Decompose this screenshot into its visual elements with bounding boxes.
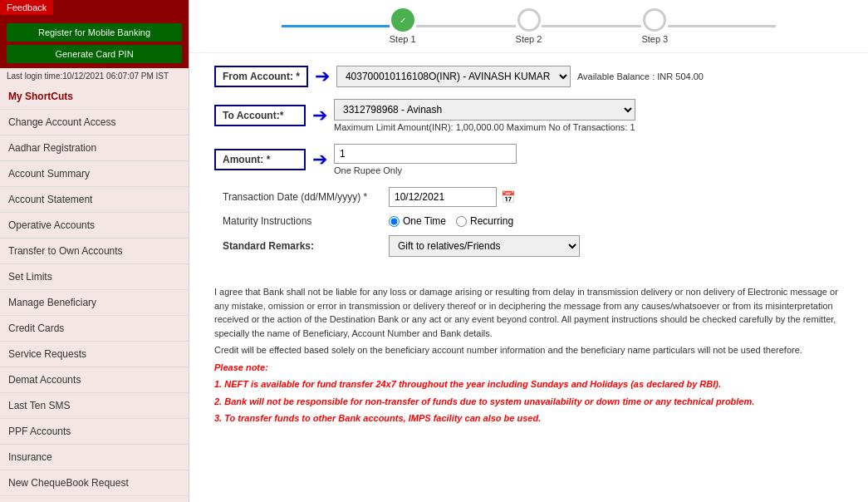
login-info: Last login time:10/12/2021 06:07:07 PM I…: [0, 68, 189, 84]
recurring-option[interactable]: Recurring: [456, 215, 513, 227]
register-mobile-banking-button[interactable]: Register for Mobile Banking: [7, 23, 182, 42]
recurring-radio[interactable]: [456, 216, 467, 227]
note1: 1. NEFT is available for fund transfer 2…: [214, 377, 843, 391]
sidebar-item-aadhar[interactable]: Aadhar Registration: [0, 135, 189, 161]
sidebar-item-service-requests[interactable]: Service Requests: [0, 342, 189, 367]
sidebar-item-operative-accounts[interactable]: Operative Accounts: [0, 213, 189, 239]
to-account-select[interactable]: 3312798968 - Avinash: [334, 99, 635, 121]
sidebar-item-change-access[interactable]: Change Account Access: [0, 110, 189, 135]
sidebar: Feedback Register for Mobile Banking Gen…: [0, 0, 189, 502]
from-account-arrow: ➔: [315, 66, 330, 87]
std-remarks-select[interactable]: Gift to relatives/Friends: [389, 235, 580, 257]
sidebar-item-credit-cards[interactable]: Credit Cards: [0, 316, 189, 342]
form-area: From Account: * ➔ 403700010116108O(INR) …: [189, 53, 868, 277]
disclaimer-area: I agree that Bank shall not be liable fo…: [189, 277, 868, 437]
sidebar-item-insurance[interactable]: Insurance: [0, 445, 189, 470]
std-remarks-label: Standard Remarks:: [223, 240, 389, 252]
txn-date-label: Transaction Date (dd/MM/yyyy) *: [223, 191, 389, 203]
sidebar-item-set-limits[interactable]: Set Limits: [0, 264, 189, 290]
steps-bar: ✓ Step 1 Step 2 Step 3: [189, 0, 868, 53]
note2: 2. Bank will not be responsible for non-…: [214, 395, 843, 409]
step3-circle: [643, 8, 666, 32]
sidebar-item-manage-beneficiary[interactable]: Manage Beneficiary: [0, 290, 189, 316]
note3: 3. To transfer funds to other Bank accou…: [214, 411, 843, 426]
maturity-label: Maturity Instructions: [223, 215, 389, 227]
please-note: Please note:: [214, 361, 843, 375]
txn-date-input[interactable]: [389, 187, 497, 207]
sidebar-item-account-statement[interactable]: Account Statement: [0, 187, 189, 213]
sidebar-nav: My ShortCuts Change Account Access Aadha…: [0, 84, 189, 502]
maturity-row: Maturity Instructions One Time Recurring: [214, 215, 843, 227]
max-limit-label: Maximum Limit Amount(INR): 1,00,000.00 M…: [334, 122, 635, 132]
sidebar-item-last-sms[interactable]: Last Ten SMS: [0, 393, 189, 419]
remarks-row: Standard Remarks: Gift to relatives/Frie…: [214, 235, 843, 257]
step1-circle: ✓: [391, 8, 414, 32]
to-account-label: To Account:*: [214, 105, 306, 126]
step2-circle: [517, 8, 541, 32]
calendar-icon[interactable]: 📅: [501, 190, 515, 204]
step3-label: Step 3: [641, 34, 668, 44]
feedback-button[interactable]: Feedback: [0, 0, 53, 15]
to-account-wrapper: 3312798968 - Avinash Maximum Limit Amoun…: [334, 99, 635, 132]
available-balance: Available Balance : INR 504.00: [577, 71, 704, 81]
sidebar-item-demat[interactable]: Demat Accounts: [0, 367, 189, 393]
amount-input[interactable]: [334, 144, 517, 164]
sidebar-item-ppf[interactable]: PPF Accounts: [0, 419, 189, 445]
recurring-label: Recurring: [470, 215, 513, 227]
main-content: ✓ Step 1 Step 2 Step 3 From Account: * ➔…: [189, 0, 868, 502]
sidebar-item-transfer-own[interactable]: Transfer to Own Accounts: [0, 239, 189, 264]
txn-date-row: Transaction Date (dd/MM/yyyy) * 📅: [214, 187, 843, 207]
from-account-label: From Account: *: [214, 66, 308, 87]
maturity-radio-group: One Time Recurring: [389, 215, 513, 227]
amount-label: Amount: *: [214, 149, 306, 170]
to-account-arrow: ➔: [312, 105, 327, 126]
generate-card-pin-button[interactable]: Generate Card PIN: [7, 45, 182, 63]
step2-label: Step 2: [516, 34, 542, 44]
step1-label: Step 1: [390, 34, 416, 44]
one-time-radio[interactable]: [389, 216, 400, 227]
amount-words: One Rupee Only: [334, 165, 517, 175]
from-account-row: From Account: * ➔ 403700010116108O(INR) …: [214, 66, 843, 87]
to-account-row: To Account:* ➔ 3312798968 - Avinash Maxi…: [214, 99, 843, 132]
amount-arrow: ➔: [312, 149, 327, 170]
one-time-label: One Time: [403, 215, 446, 227]
amount-row: Amount: * ➔ One Rupee Only: [214, 144, 843, 175]
sidebar-item-shortcuts[interactable]: My ShortCuts: [0, 84, 189, 110]
sidebar-item-chequebook[interactable]: New ChequeBook Request: [0, 470, 189, 496]
one-time-option[interactable]: One Time: [389, 215, 446, 227]
disclaimer-text1: I agree that Bank shall not be liable fo…: [214, 285, 843, 340]
sidebar-item-account-summary[interactable]: Account Summary: [0, 161, 189, 187]
disclaimer-text2: Credit will be effected based solely on …: [214, 343, 843, 357]
from-account-select[interactable]: 403700010116108O(INR) - AVINASH KUMAR: [336, 66, 571, 87]
